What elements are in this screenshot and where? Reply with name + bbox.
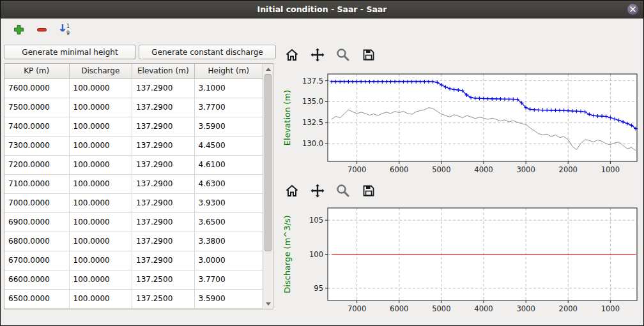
svg-text:6000: 6000 <box>390 304 408 313</box>
table-cell[interactable]: 3.7700 <box>195 270 263 290</box>
table-cell[interactable]: 100.0000 <box>70 156 133 175</box>
titlebar[interactable]: Initial condition - Saar - Saar <box>1 1 643 19</box>
svg-text:6000: 6000 <box>390 165 408 174</box>
table-cell[interactable]: 100.0000 <box>70 117 133 137</box>
table-cell[interactable]: 137.2500 <box>132 290 195 309</box>
table-cell[interactable]: 137.2900 <box>132 175 195 194</box>
svg-text:4000: 4000 <box>474 165 493 174</box>
table-cell[interactable]: 137.2900 <box>132 194 195 213</box>
svg-text:137.5: 137.5 <box>302 77 323 85</box>
table-cell[interactable]: 3.9300 <box>195 194 263 213</box>
svg-text:Elevation (m): Elevation (m) <box>282 90 292 145</box>
table-cell[interactable]: 3.6500 <box>195 213 263 232</box>
main-toolbar: 1 9 <box>1 19 643 40</box>
elevation-chart[interactable]: 7000600050004000300020001000130.0132.513… <box>279 68 642 178</box>
elevation-save-button[interactable] <box>356 45 381 64</box>
table-cell[interactable]: 6600.0000 <box>4 270 70 290</box>
table-cell[interactable]: 6500.0000 <box>4 290 70 309</box>
svg-text:1000: 1000 <box>601 165 620 174</box>
table-cell[interactable]: 137.2900 <box>132 79 195 98</box>
table-cell[interactable]: 100.0000 <box>70 270 133 290</box>
remove-row-button[interactable] <box>33 20 50 38</box>
table-cell[interactable]: 137.2900 <box>132 156 195 175</box>
elevation-zoom-button[interactable] <box>330 45 356 64</box>
save-icon <box>361 183 376 198</box>
sort-numeric-icon: 1 9 <box>58 23 71 36</box>
table-row: 7400.0000100.0000137.29003.5900 <box>4 117 263 137</box>
table-cell[interactable]: 4.6100 <box>195 156 263 175</box>
close-button[interactable] <box>627 3 639 15</box>
close-icon <box>630 6 636 12</box>
table-cell[interactable]: 100.0000 <box>70 137 133 156</box>
table-cell[interactable]: 100.0000 <box>70 194 133 213</box>
table-cell[interactable]: 6700.0000 <box>4 251 70 270</box>
column-header[interactable]: KP (m) <box>4 64 70 79</box>
table-cell[interactable]: 6800.0000 <box>4 232 70 251</box>
magnifier-icon <box>335 183 351 198</box>
table-row: 7100.0000100.0000137.29004.6300 <box>4 175 263 194</box>
table-cell[interactable]: 137.2900 <box>132 98 195 117</box>
data-table: KP (m)Discharge (m³/s)Elevation (m)Heigh… <box>4 63 273 309</box>
table-cell[interactable]: 7100.0000 <box>4 175 70 194</box>
table-row: 7200.0000100.0000137.29004.6100 <box>4 156 263 175</box>
table-cell[interactable]: 100.0000 <box>70 98 133 117</box>
elevation-pan-button[interactable] <box>305 45 330 64</box>
table-scrollbar[interactable] <box>263 64 273 309</box>
table-cell[interactable]: 100.0000 <box>70 290 133 309</box>
sort-button[interactable]: 1 9 <box>56 20 73 38</box>
table-cell[interactable]: 100.0000 <box>70 213 133 232</box>
table-cell[interactable]: 137.2900 <box>132 137 195 156</box>
discharge-home-button[interactable] <box>279 181 305 200</box>
table-cell[interactable]: 100.0000 <box>70 175 133 194</box>
table-cell[interactable]: 100.0000 <box>70 251 133 270</box>
table-cell[interactable]: 6900.0000 <box>4 213 70 232</box>
elevation-home-button[interactable] <box>279 45 305 64</box>
table-cell[interactable]: 137.2900 <box>132 117 195 137</box>
table-cell[interactable]: 3.5900 <box>195 117 263 137</box>
discharge-plot-toolbar <box>279 181 642 200</box>
table-cell[interactable]: 7200.0000 <box>4 156 70 175</box>
svg-text:95: 95 <box>314 284 323 293</box>
table-cell[interactable]: 137.2900 <box>132 251 195 270</box>
scrollbar-up-button[interactable] <box>263 64 273 73</box>
table-cell[interactable]: 4.4500 <box>195 137 263 156</box>
table-cell[interactable]: 7500.0000 <box>4 98 70 117</box>
table-cell[interactable]: 3.3800 <box>195 232 263 251</box>
table-cell[interactable]: 7000.0000 <box>4 194 70 213</box>
table-cell[interactable]: 137.2500 <box>132 270 195 290</box>
discharge-pan-button[interactable] <box>305 181 330 200</box>
add-row-button[interactable] <box>10 20 27 38</box>
table-row: 7500.0000100.0000137.29003.7700 <box>4 98 263 117</box>
table-cell[interactable]: 3.0000 <box>195 251 263 270</box>
column-header[interactable]: Elevation (m) <box>132 64 195 79</box>
table-cell[interactable]: 7300.0000 <box>4 137 70 156</box>
table-cell[interactable]: 7400.0000 <box>4 117 70 137</box>
discharge-zoom-button[interactable] <box>330 181 356 200</box>
column-header[interactable]: Height (m) <box>195 64 263 79</box>
generate-minimal-height-button[interactable]: Generate minimal height <box>4 45 136 59</box>
column-header[interactable]: Discharge (m³/s) <box>70 64 133 79</box>
table-cell[interactable]: 3.5900 <box>195 290 263 309</box>
window-title: Initial condition - Saar - Saar <box>257 4 387 14</box>
svg-text:3000: 3000 <box>516 165 535 174</box>
discharge-chart[interactable]: 700060005000400030002000100095100105Disc… <box>279 202 642 317</box>
table-cell[interactable]: 4.6300 <box>195 175 263 194</box>
table-cell[interactable]: 137.2900 <box>132 213 195 232</box>
scrollbar-down-button[interactable] <box>263 299 273 308</box>
plus-icon <box>13 24 24 35</box>
table-cell[interactable]: 137.2900 <box>132 232 195 251</box>
magnifier-icon <box>335 47 351 63</box>
svg-text:130.0: 130.0 <box>302 139 323 148</box>
table-cell[interactable]: 7600.0000 <box>4 79 70 98</box>
table-body: 7600.0000100.0000137.29003.10007500.0000… <box>4 79 263 309</box>
table-cell[interactable]: 3.1000 <box>195 79 263 98</box>
svg-text:100: 100 <box>309 250 323 259</box>
table-row: 7300.0000100.0000137.29004.4500 <box>4 137 263 156</box>
table-cell[interactable]: 3.7700 <box>195 98 263 117</box>
discharge-save-button[interactable] <box>356 181 381 200</box>
table-cell[interactable]: 100.0000 <box>70 79 133 98</box>
table-cell[interactable]: 100.0000 <box>70 232 133 251</box>
table-row: 6900.0000100.0000137.29003.6500 <box>4 213 263 232</box>
scrollbar-thumb[interactable] <box>264 74 272 251</box>
generate-constant-discharge-button[interactable]: Generate constant discharge <box>139 45 276 59</box>
